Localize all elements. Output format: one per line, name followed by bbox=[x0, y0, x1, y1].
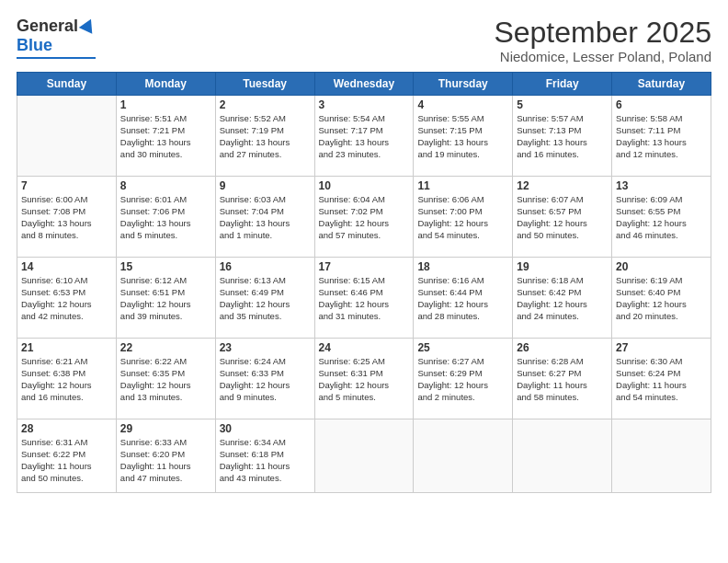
table-row: 8Sunrise: 6:01 AM Sunset: 7:06 PM Daylig… bbox=[116, 177, 215, 258]
table-row: 10Sunrise: 6:04 AM Sunset: 7:02 PM Dayli… bbox=[314, 177, 414, 258]
table-row: 13Sunrise: 6:09 AM Sunset: 6:55 PM Dayli… bbox=[612, 177, 711, 258]
calendar-table: Sunday Monday Tuesday Wednesday Thursday… bbox=[17, 72, 711, 493]
table-row: 3Sunrise: 5:54 AM Sunset: 7:17 PM Daylig… bbox=[314, 96, 414, 177]
day-number: 27 bbox=[616, 341, 707, 354]
day-number: 26 bbox=[517, 341, 608, 354]
cell-info: Sunrise: 5:54 AM Sunset: 7:17 PM Dayligh… bbox=[319, 113, 410, 160]
header-wednesday: Wednesday bbox=[314, 73, 414, 96]
table-row: 7Sunrise: 6:00 AM Sunset: 7:08 PM Daylig… bbox=[17, 177, 117, 258]
cell-info: Sunrise: 6:28 AM Sunset: 6:27 PM Dayligh… bbox=[517, 356, 608, 403]
cell-info: Sunrise: 6:33 AM Sunset: 6:20 PM Dayligh… bbox=[120, 437, 211, 484]
table-row bbox=[513, 419, 612, 493]
table-row: 20Sunrise: 6:19 AM Sunset: 6:40 PM Dayli… bbox=[612, 258, 711, 339]
day-number: 11 bbox=[417, 179, 508, 192]
day-number: 21 bbox=[21, 341, 112, 354]
table-row: 16Sunrise: 6:13 AM Sunset: 6:49 PM Dayli… bbox=[215, 258, 314, 339]
table-row: 25Sunrise: 6:27 AM Sunset: 6:29 PM Dayli… bbox=[414, 339, 513, 419]
day-number: 3 bbox=[319, 98, 410, 111]
day-number: 1 bbox=[120, 98, 211, 111]
header-saturday: Saturday bbox=[612, 73, 711, 96]
cell-info: Sunrise: 6:06 AM Sunset: 7:00 PM Dayligh… bbox=[417, 194, 508, 241]
logo-blue-text: Blue bbox=[17, 36, 52, 55]
header: General Blue September 2025 Niedomice, L… bbox=[17, 17, 711, 64]
cell-info: Sunrise: 6:15 AM Sunset: 6:46 PM Dayligh… bbox=[319, 275, 410, 322]
day-number: 14 bbox=[21, 260, 112, 273]
table-row: 9Sunrise: 6:03 AM Sunset: 7:04 PM Daylig… bbox=[215, 177, 314, 258]
cell-info: Sunrise: 6:12 AM Sunset: 6:51 PM Dayligh… bbox=[120, 275, 211, 322]
table-row: 4Sunrise: 5:55 AM Sunset: 7:15 PM Daylig… bbox=[414, 96, 513, 177]
cell-info: Sunrise: 6:13 AM Sunset: 6:49 PM Dayligh… bbox=[220, 275, 311, 322]
cell-info: Sunrise: 6:27 AM Sunset: 6:29 PM Dayligh… bbox=[417, 356, 508, 403]
table-row: 29Sunrise: 6:33 AM Sunset: 6:20 PM Dayli… bbox=[116, 419, 215, 493]
day-number: 23 bbox=[220, 341, 311, 354]
header-tuesday: Tuesday bbox=[215, 73, 314, 96]
table-row: 2Sunrise: 5:52 AM Sunset: 7:19 PM Daylig… bbox=[215, 96, 314, 177]
day-number: 24 bbox=[319, 341, 410, 354]
cell-info: Sunrise: 6:34 AM Sunset: 6:18 PM Dayligh… bbox=[220, 437, 311, 484]
cell-info: Sunrise: 6:22 AM Sunset: 6:35 PM Dayligh… bbox=[120, 356, 211, 403]
cell-info: Sunrise: 5:52 AM Sunset: 7:19 PM Dayligh… bbox=[220, 113, 311, 160]
table-row: 1Sunrise: 5:51 AM Sunset: 7:21 PM Daylig… bbox=[116, 96, 215, 177]
day-number: 6 bbox=[616, 98, 707, 111]
cell-info: Sunrise: 6:00 AM Sunset: 7:08 PM Dayligh… bbox=[21, 194, 112, 241]
day-number: 29 bbox=[120, 422, 211, 435]
cell-info: Sunrise: 6:21 AM Sunset: 6:38 PM Dayligh… bbox=[21, 356, 112, 403]
cell-info: Sunrise: 6:16 AM Sunset: 6:44 PM Dayligh… bbox=[417, 275, 508, 322]
table-row: 12Sunrise: 6:07 AM Sunset: 6:57 PM Dayli… bbox=[513, 177, 612, 258]
day-number: 28 bbox=[21, 422, 112, 435]
title-section: September 2025 Niedomice, Lesser Poland,… bbox=[494, 17, 711, 64]
day-number: 18 bbox=[417, 260, 508, 273]
table-row: 15Sunrise: 6:12 AM Sunset: 6:51 PM Dayli… bbox=[116, 258, 215, 339]
day-number: 22 bbox=[120, 341, 211, 354]
table-row bbox=[17, 96, 117, 177]
cell-info: Sunrise: 6:01 AM Sunset: 7:06 PM Dayligh… bbox=[120, 194, 211, 241]
location: Niedomice, Lesser Poland, Poland bbox=[494, 49, 711, 64]
table-row: 5Sunrise: 5:57 AM Sunset: 7:13 PM Daylig… bbox=[513, 96, 612, 177]
day-number: 12 bbox=[517, 179, 608, 192]
day-number: 13 bbox=[616, 179, 707, 192]
logo: General Blue bbox=[17, 17, 96, 59]
cell-info: Sunrise: 6:04 AM Sunset: 7:02 PM Dayligh… bbox=[319, 194, 410, 241]
day-number: 30 bbox=[220, 422, 311, 435]
logo-underline bbox=[17, 57, 96, 59]
cell-info: Sunrise: 6:09 AM Sunset: 6:55 PM Dayligh… bbox=[616, 194, 707, 241]
table-row: 22Sunrise: 6:22 AM Sunset: 6:35 PM Dayli… bbox=[116, 339, 215, 419]
table-row bbox=[612, 419, 711, 493]
table-row: 19Sunrise: 6:18 AM Sunset: 6:42 PM Dayli… bbox=[513, 258, 612, 339]
table-row: 17Sunrise: 6:15 AM Sunset: 6:46 PM Dayli… bbox=[314, 258, 414, 339]
header-monday: Monday bbox=[116, 73, 215, 96]
cell-info: Sunrise: 6:31 AM Sunset: 6:22 PM Dayligh… bbox=[21, 437, 112, 484]
day-number: 15 bbox=[120, 260, 211, 273]
logo-triangle-icon bbox=[79, 16, 97, 33]
table-row bbox=[414, 419, 513, 493]
day-number: 7 bbox=[21, 179, 112, 192]
day-number: 20 bbox=[616, 260, 707, 273]
cell-info: Sunrise: 6:19 AM Sunset: 6:40 PM Dayligh… bbox=[616, 275, 707, 322]
header-sunday: Sunday bbox=[17, 73, 117, 96]
cell-info: Sunrise: 6:10 AM Sunset: 6:53 PM Dayligh… bbox=[21, 275, 112, 322]
table-row: 21Sunrise: 6:21 AM Sunset: 6:38 PM Dayli… bbox=[17, 339, 117, 419]
table-row: 6Sunrise: 5:58 AM Sunset: 7:11 PM Daylig… bbox=[612, 96, 711, 177]
cell-info: Sunrise: 6:30 AM Sunset: 6:24 PM Dayligh… bbox=[616, 356, 707, 403]
table-row: 30Sunrise: 6:34 AM Sunset: 6:18 PM Dayli… bbox=[215, 419, 314, 493]
day-number: 5 bbox=[517, 98, 608, 111]
day-number: 9 bbox=[220, 179, 311, 192]
logo-general-text: General bbox=[17, 17, 78, 36]
table-row: 11Sunrise: 6:06 AM Sunset: 7:00 PM Dayli… bbox=[414, 177, 513, 258]
day-number: 25 bbox=[417, 341, 508, 354]
cell-info: Sunrise: 5:57 AM Sunset: 7:13 PM Dayligh… bbox=[517, 113, 608, 160]
day-number: 4 bbox=[417, 98, 508, 111]
day-number: 10 bbox=[319, 179, 410, 192]
table-row: 24Sunrise: 6:25 AM Sunset: 6:31 PM Dayli… bbox=[314, 339, 414, 419]
table-row: 18Sunrise: 6:16 AM Sunset: 6:44 PM Dayli… bbox=[414, 258, 513, 339]
cell-info: Sunrise: 6:18 AM Sunset: 6:42 PM Dayligh… bbox=[517, 275, 608, 322]
cell-info: Sunrise: 5:51 AM Sunset: 7:21 PM Dayligh… bbox=[120, 113, 211, 160]
table-row: 23Sunrise: 6:24 AM Sunset: 6:33 PM Dayli… bbox=[215, 339, 314, 419]
table-row: 27Sunrise: 6:30 AM Sunset: 6:24 PM Dayli… bbox=[612, 339, 711, 419]
table-row: 26Sunrise: 6:28 AM Sunset: 6:27 PM Dayli… bbox=[513, 339, 612, 419]
table-row: 28Sunrise: 6:31 AM Sunset: 6:22 PM Dayli… bbox=[17, 419, 117, 493]
day-number: 16 bbox=[220, 260, 311, 273]
day-number: 8 bbox=[120, 179, 211, 192]
day-number: 19 bbox=[517, 260, 608, 273]
page: General Blue September 2025 Niedomice, L… bbox=[0, 0, 728, 563]
